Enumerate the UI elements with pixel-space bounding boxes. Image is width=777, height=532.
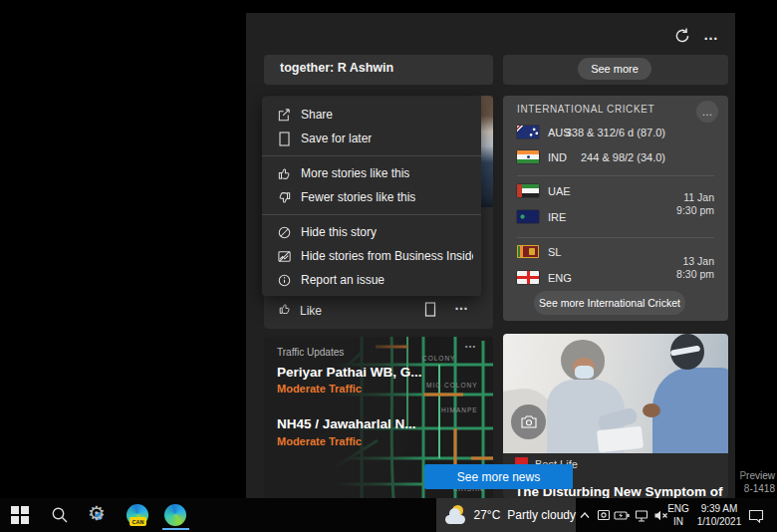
menu-divider [262, 155, 481, 156]
panel-more-options-icon[interactable]: … [703, 26, 719, 43]
menu-item-label: Hide this story [301, 225, 377, 239]
team-code: IRE [548, 211, 566, 223]
ire-flag-icon [517, 210, 539, 223]
battery-charging-icon[interactable] [613, 498, 631, 532]
story-context-menu: Share Save for later More stories like t… [262, 97, 481, 296]
map-label: HIMANPE [441, 406, 478, 413]
weather-button[interactable]: 27°C Partly cloudy [436, 498, 576, 532]
refresh-icon[interactable] [673, 27, 691, 49]
camera-icon[interactable] [511, 404, 546, 439]
map-label: MIG COLONY [426, 382, 478, 389]
cricket-team-row[interactable]: UAE [517, 184, 571, 197]
temperature: 27°C [473, 508, 500, 522]
eng-flag-icon [517, 271, 539, 284]
uae-flag-icon [517, 184, 539, 197]
team-score: 338 & 312/6 d (87.0) [539, 127, 665, 138]
menu-item-label: Save for later [301, 132, 372, 145]
match-datetime: 13 Jan 8:30 pm [618, 255, 714, 281]
block-icon [276, 224, 292, 240]
menu-item-label: Fewer stories like this [301, 190, 415, 204]
like-label: Like [300, 304, 322, 318]
search-button[interactable] [46, 498, 74, 532]
edge-icon [164, 504, 186, 526]
menu-item-save-for-later[interactable]: Save for later [262, 127, 481, 150]
cricket-title: INTERNATIONAL CRICKET [517, 104, 654, 115]
traffic-more-options-icon[interactable]: … [464, 337, 477, 351]
info-icon [276, 272, 292, 288]
menu-item-report-issue[interactable]: Report an issue [262, 268, 481, 292]
windows-logo-icon [11, 506, 29, 524]
match-date: 13 Jan [618, 255, 714, 268]
start-button[interactable] [6, 498, 34, 532]
language-indicator[interactable]: ENG IN [665, 502, 691, 528]
match-date: 11 Jan [618, 191, 714, 204]
story-image [481, 96, 493, 207]
region-code: IN [665, 515, 691, 528]
gear-icon: ⚙ [88, 504, 110, 526]
menu-item-hide-story[interactable]: Hide this story [262, 220, 481, 244]
see-more-button[interactable]: See more [578, 58, 651, 80]
team-score: 244 & 98/2 (34.0) [539, 151, 665, 163]
thumbs-down-icon [276, 189, 292, 205]
menu-item-share[interactable]: Share [262, 103, 481, 127]
cricket-team-row[interactable]: IRE [517, 210, 566, 223]
settings-button[interactable]: ⚙ [84, 498, 114, 532]
partly-cloudy-night-icon [445, 505, 466, 525]
tray-date: 1/10/2021 [693, 515, 745, 528]
previous-story-card[interactable]: together: R Ashwin [264, 55, 493, 85]
cricket-more-options-icon[interactable]: … [696, 101, 718, 123]
divider [517, 175, 714, 176]
traffic-status: Moderate Traffic [277, 435, 362, 447]
cricket-team-row[interactable]: SL [517, 245, 561, 258]
thumbs-up-icon [276, 165, 292, 181]
see-more-news-button[interactable]: See more news [424, 464, 573, 489]
menu-item-hide-source[interactable]: Hide stories from Business Insider... [262, 244, 481, 268]
menu-item-label: More stories like this [301, 166, 409, 180]
menu-item-more-stories[interactable]: More stories like this [262, 161, 481, 185]
search-icon [51, 506, 69, 524]
aus-flag-icon [517, 126, 539, 138]
hide-source-icon [276, 248, 292, 264]
team-code: SL [548, 246, 561, 258]
traffic-status: Moderate Traffic [277, 383, 362, 395]
menu-item-fewer-stories[interactable]: Fewer stories like this [262, 185, 481, 209]
bookmark-icon [276, 131, 292, 146]
action-center-icon[interactable] [747, 498, 765, 532]
canary-badge: CAN [130, 517, 146, 526]
team-code: UAE [548, 185, 571, 197]
save-bookmark-icon[interactable] [424, 302, 436, 321]
weather-condition: Partly cloudy [507, 508, 576, 522]
clock[interactable]: 9:39 AM 1/10/2021 [693, 502, 745, 528]
ind-flag-icon [517, 150, 539, 163]
active-app-indicator [162, 528, 189, 530]
divider [517, 237, 714, 238]
network-icon[interactable] [633, 498, 650, 532]
menu-item-label: Hide stories from Business Insider... [301, 249, 473, 263]
match-datetime: 11 Jan 9:30 pm [618, 191, 714, 217]
show-hidden-icons-chevron[interactable] [576, 498, 594, 532]
cricket-team-row[interactable]: ENG [517, 271, 572, 284]
traffic-title: Traffic Updates [277, 347, 344, 358]
story-more-options-icon[interactable]: … [454, 297, 469, 313]
edge-canary-button[interactable]: CAN [122, 498, 153, 532]
see-more-label: See more [591, 63, 639, 75]
menu-divider [262, 214, 481, 215]
tray-device-icon[interactable] [595, 498, 613, 532]
map-label: COLONY [422, 355, 455, 362]
like-button[interactable]: Like [278, 302, 322, 320]
thumbs-up-icon [278, 302, 292, 320]
match-time: 9:30 pm [618, 204, 714, 217]
previous-story-title: together: R Ashwin [264, 55, 493, 75]
share-icon [276, 107, 292, 123]
see-more-cricket-label: See more International Cricket [539, 297, 680, 309]
language-code: ENG [665, 502, 691, 515]
see-more-cricket-button[interactable]: See more International Cricket [534, 291, 685, 315]
match-time: 8:30 pm [618, 268, 714, 281]
menu-item-label: Report an issue [301, 273, 385, 287]
see-more-news-label: See more news [457, 470, 540, 484]
edge-button[interactable] [159, 498, 191, 532]
team-code: ENG [548, 272, 572, 284]
traffic-road: Periyar Pathai WB, G... [277, 365, 422, 380]
tray-time: 9:39 AM [693, 502, 745, 515]
traffic-road: NH45 / Jawaharlal N... [277, 416, 416, 431]
